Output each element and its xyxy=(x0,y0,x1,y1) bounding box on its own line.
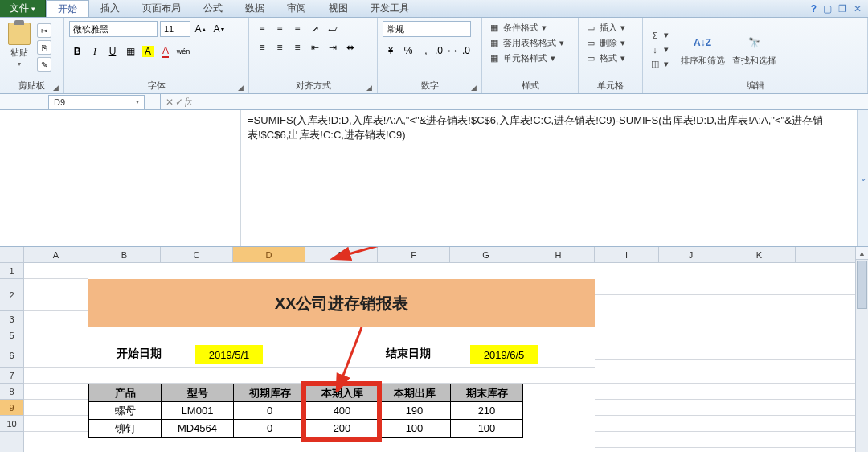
row-header[interactable]: 3 xyxy=(0,311,23,327)
comma-format-icon[interactable]: , xyxy=(418,43,434,59)
bold-button[interactable]: B xyxy=(69,43,85,60)
clipboard-launcher[interactable]: ◢ xyxy=(53,84,59,92)
help-icon[interactable]: ? xyxy=(811,3,817,14)
increase-decimal-icon[interactable]: .0→ xyxy=(436,43,452,59)
percent-format-icon[interactable]: % xyxy=(400,43,416,59)
align-left-icon[interactable]: ≡ xyxy=(254,39,270,55)
fill-color-button[interactable]: A xyxy=(140,43,156,60)
align-top-icon[interactable]: ≡ xyxy=(254,21,270,37)
insert-cells-icon: ▭ xyxy=(585,23,596,34)
col-header[interactable]: G xyxy=(450,247,522,262)
number-launcher[interactable]: ◢ xyxy=(471,84,477,92)
delete-cells-icon: ▭ xyxy=(585,38,596,49)
name-box[interactable]: D9 ▾ xyxy=(48,95,145,109)
window-restore-icon[interactable]: ❐ xyxy=(838,3,847,14)
row-header[interactable]: 10 xyxy=(0,416,23,432)
col-header[interactable]: K xyxy=(723,247,796,262)
border-button[interactable]: ▦ xyxy=(122,43,138,60)
col-header[interactable]: A xyxy=(24,247,88,262)
row-header[interactable]: 5 xyxy=(0,327,23,343)
tab-page-layout[interactable]: 页面布局 xyxy=(131,0,192,17)
insert-cells-button[interactable]: ▭插入 ▾ xyxy=(583,21,627,35)
tab-file[interactable]: 文件 ▾ xyxy=(0,0,46,17)
cut-button[interactable]: ✂ xyxy=(37,23,51,38)
minimize-ribbon-icon[interactable]: ▢ xyxy=(823,3,832,14)
formula-bar[interactable]: =SUMIFS(入库表!D:D,入库表!A:A,"<"&进存销表!$C$6,入库… xyxy=(241,110,857,246)
window-close-icon[interactable]: ✕ xyxy=(854,3,862,14)
conditional-format-button[interactable]: ▦条件格式 ▾ xyxy=(487,21,566,35)
align-middle-icon[interactable]: ≡ xyxy=(272,21,288,37)
decrease-font-icon[interactable]: A▼ xyxy=(211,21,227,37)
tab-home[interactable]: 开始 xyxy=(46,0,89,17)
col-header[interactable]: B xyxy=(88,247,161,262)
fx-icon[interactable]: fx xyxy=(185,96,192,108)
align-launcher[interactable]: ◢ xyxy=(366,84,372,92)
accounting-format-icon[interactable]: ¥ xyxy=(383,43,399,59)
tab-formulas[interactable]: 公式 xyxy=(192,0,234,17)
table-row[interactable]: 螺母LM0010400190210 xyxy=(89,402,523,420)
underline-button[interactable]: U xyxy=(104,43,121,60)
accept-formula-icon[interactable]: ✓ xyxy=(175,97,183,108)
orientation-icon[interactable]: ↗ xyxy=(307,21,323,37)
row-header[interactable]: 1 xyxy=(0,263,23,279)
column-headers: A B C D E F G H I J K xyxy=(24,247,868,263)
select-all-corner[interactable] xyxy=(0,247,23,263)
col-header[interactable]: E xyxy=(305,247,378,262)
merge-center-icon[interactable]: ⬌ xyxy=(342,39,358,55)
align-bottom-icon[interactable]: ≡ xyxy=(289,21,305,37)
tab-view[interactable]: 视图 xyxy=(317,0,359,17)
col-header[interactable]: C xyxy=(161,247,233,262)
cell-style-button[interactable]: ▦单元格样式 ▾ xyxy=(487,51,566,65)
col-header[interactable]: J xyxy=(659,247,723,262)
vertical-scrollbar[interactable]: ▲ xyxy=(855,247,868,452)
decrease-decimal-icon[interactable]: ←.0 xyxy=(453,43,469,59)
italic-button[interactable]: I xyxy=(87,43,103,60)
row-header[interactable]: 8 xyxy=(0,384,23,400)
clear-button[interactable]: ◫▾ xyxy=(648,58,670,71)
cells-area[interactable]: XX公司进存销报表 开始日期 2019/5/1 结束日期 2019/6/5 产品… xyxy=(24,263,868,432)
delete-cells-button[interactable]: ▭删除 ▾ xyxy=(583,36,627,50)
cancel-formula-icon[interactable]: ✕ xyxy=(166,97,174,108)
increase-indent-icon[interactable]: ⇥ xyxy=(325,39,341,55)
fill-button[interactable]: ↓▾ xyxy=(648,43,670,56)
col-header[interactable]: H xyxy=(522,247,595,262)
phonetic-button[interactable]: wén xyxy=(175,43,191,60)
font-size-select[interactable] xyxy=(160,21,190,37)
copy-button[interactable]: ⎘ xyxy=(37,40,51,55)
col-header[interactable]: I xyxy=(595,247,659,262)
font-launcher[interactable]: ◢ xyxy=(238,84,244,92)
font-family-select[interactable] xyxy=(69,21,158,37)
scroll-up-icon[interactable]: ▲ xyxy=(856,247,868,260)
tab-insert[interactable]: 插入 xyxy=(89,0,131,17)
paste-button[interactable]: 粘贴 ▾ xyxy=(5,21,34,69)
end-date-value[interactable]: 2019/6/5 xyxy=(470,345,538,364)
start-date-label: 开始日期 xyxy=(117,347,162,361)
format-painter-button[interactable]: ✎ xyxy=(37,57,51,72)
col-header[interactable]: D xyxy=(233,247,305,262)
format-cells-button[interactable]: ▭格式 ▾ xyxy=(583,51,627,65)
tab-developer[interactable]: 开发工具 xyxy=(359,0,420,17)
scroll-thumb[interactable] xyxy=(857,261,867,309)
font-color-button[interactable]: A xyxy=(158,43,174,60)
sort-filter-button[interactable]: A↓Z 排序和筛选 xyxy=(678,30,727,70)
tab-review[interactable]: 审阅 xyxy=(276,0,317,17)
row-header[interactable]: 6 xyxy=(0,343,23,368)
formula-expand-handle[interactable] xyxy=(857,110,868,246)
table-format-button[interactable]: ▦套用表格格式 ▾ xyxy=(487,36,566,50)
autosum-button[interactable]: Σ▾ xyxy=(648,29,670,42)
align-right-icon[interactable]: ≡ xyxy=(289,39,305,55)
row-header[interactable]: 9 xyxy=(0,400,23,416)
start-date-value[interactable]: 2019/5/1 xyxy=(195,345,263,364)
row-header[interactable]: 7 xyxy=(0,368,23,384)
table-header-row: 产品型号初期库存本期入库本期出库期末库存 xyxy=(89,384,523,402)
row-header[interactable]: 2 xyxy=(0,279,23,311)
find-select-button[interactable]: 🔭 查找和选择 xyxy=(730,30,778,70)
align-center-icon[interactable]: ≡ xyxy=(272,39,288,55)
increase-font-icon[interactable]: A▲ xyxy=(193,21,209,37)
number-format-select[interactable] xyxy=(383,21,471,37)
tab-data[interactable]: 数据 xyxy=(234,0,276,17)
col-header[interactable]: F xyxy=(378,247,450,262)
decrease-indent-icon[interactable]: ⇤ xyxy=(307,39,323,55)
wrap-text-icon[interactable]: ⮐ xyxy=(325,21,341,37)
table-row[interactable]: 铆钉MD45640200100100 xyxy=(89,420,523,438)
